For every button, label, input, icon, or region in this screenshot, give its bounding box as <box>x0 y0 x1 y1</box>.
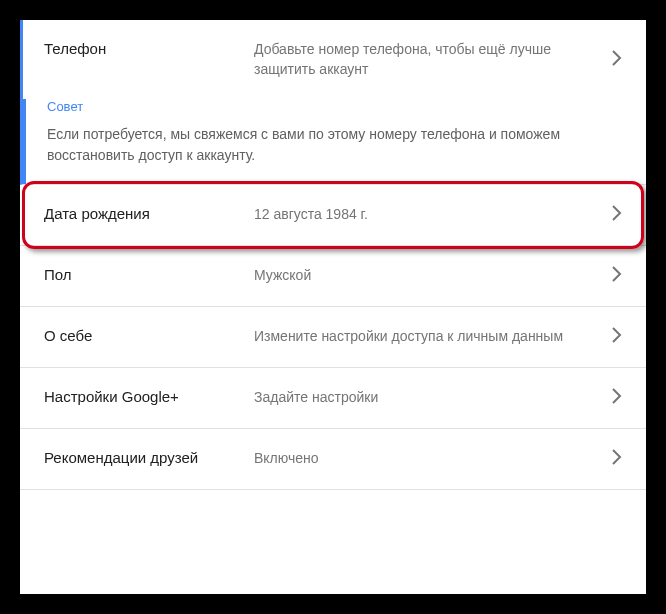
recommendations-row[interactable]: Рекомендации друзей Включено <box>20 429 646 489</box>
chevron-right-icon <box>612 388 622 408</box>
chevron-right-icon <box>612 449 622 469</box>
phone-section: Телефон Добавьте номер телефона, чтобы е… <box>20 20 646 185</box>
recommendations-section: Рекомендации друзей Включено <box>20 429 646 490</box>
chevron-right-icon <box>612 266 622 286</box>
phone-value: Добавьте номер телефона, чтобы ещё лучше… <box>254 40 612 79</box>
googleplus-section: Настройки Google+ Задайте настройки <box>20 368 646 429</box>
birthdate-section: Дата рождения 12 августа 1984 г. <box>20 185 646 246</box>
tip-section: Совет Если потребуется, мы свяжемся с ва… <box>23 99 646 184</box>
about-label: О себе <box>44 327 254 344</box>
googleplus-label: Настройки Google+ <box>44 388 254 405</box>
birthdate-value: 12 августа 1984 г. <box>254 205 612 225</box>
about-section: О себе Измените настройки доступа к личн… <box>20 307 646 368</box>
chevron-right-icon <box>612 205 622 225</box>
gender-row[interactable]: Пол Мужской <box>20 246 646 306</box>
settings-panel: Телефон Добавьте номер телефона, чтобы е… <box>20 20 646 594</box>
about-value: Измените настройки доступа к личным данн… <box>254 327 612 347</box>
tip-label: Совет <box>47 99 622 114</box>
birthdate-row[interactable]: Дата рождения 12 августа 1984 г. <box>20 185 646 245</box>
googleplus-value: Задайте настройки <box>254 388 612 408</box>
phone-label: Телефон <box>44 40 254 57</box>
phone-row[interactable]: Телефон Добавьте номер телефона, чтобы е… <box>23 20 646 99</box>
gender-value: Мужской <box>254 266 612 286</box>
googleplus-row[interactable]: Настройки Google+ Задайте настройки <box>20 368 646 428</box>
birthdate-label: Дата рождения <box>44 205 254 222</box>
chevron-right-icon <box>612 327 622 347</box>
tip-text: Если потребуется, мы свяжемся с вами по … <box>47 124 622 166</box>
gender-section: Пол Мужской <box>20 246 646 307</box>
chevron-right-icon <box>612 50 622 70</box>
about-row[interactable]: О себе Измените настройки доступа к личн… <box>20 307 646 367</box>
recommendations-label: Рекомендации друзей <box>44 449 254 466</box>
gender-label: Пол <box>44 266 254 283</box>
recommendations-value: Включено <box>254 449 612 469</box>
